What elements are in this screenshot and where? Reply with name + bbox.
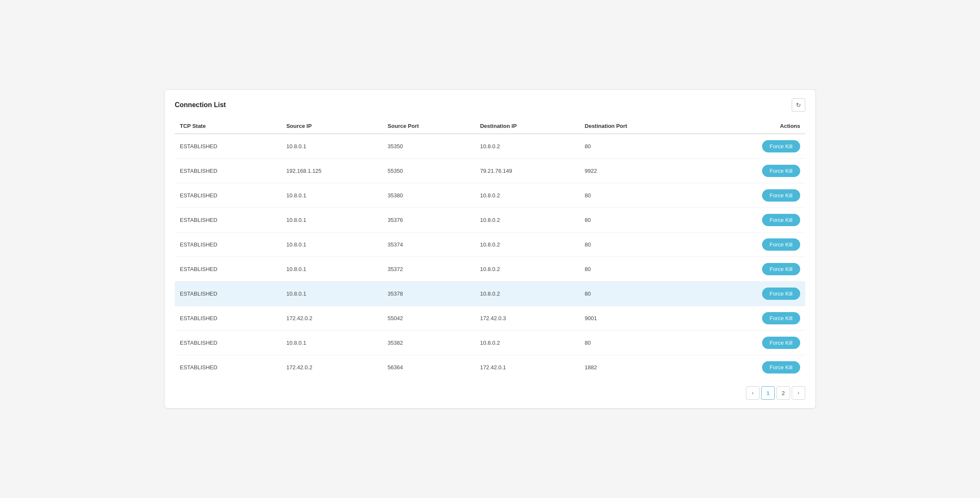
refresh-button[interactable]: ↻ — [792, 98, 805, 112]
cell-source-port: 56364 — [383, 355, 475, 380]
col-destination-port: Destination Port — [580, 119, 697, 134]
cell-destination-ip: 10.8.0.2 — [475, 232, 579, 257]
cell-actions: Force Kill — [697, 257, 805, 282]
cell-source-port: 55350 — [383, 159, 475, 183]
force-kill-button[interactable]: Force Kill — [762, 214, 800, 226]
cell-actions: Force Kill — [697, 331, 805, 355]
cell-source-port: 35378 — [383, 282, 475, 306]
cell-tcp-state: ESTABLISHED — [175, 134, 281, 159]
table-row: ESTABLISHED10.8.0.13537810.8.0.280Force … — [175, 282, 805, 306]
col-source-ip: Source IP — [281, 119, 383, 134]
pagination-page-1-button[interactable]: 1 — [761, 386, 775, 400]
force-kill-button[interactable]: Force Kill — [762, 288, 800, 300]
force-kill-button[interactable]: Force Kill — [762, 189, 800, 202]
cell-source-ip: 10.8.0.1 — [281, 331, 383, 355]
header-row: TCP State Source IP Source Port Destinat… — [175, 119, 805, 134]
cell-source-ip: 10.8.0.1 — [281, 208, 383, 232]
cell-actions: Force Kill — [697, 306, 805, 331]
cell-destination-ip: 10.8.0.2 — [475, 282, 579, 306]
pagination-next-button[interactable]: › — [792, 386, 805, 400]
cell-source-port: 35372 — [383, 257, 475, 282]
cell-tcp-state: ESTABLISHED — [175, 232, 281, 257]
cell-destination-port: 9001 — [580, 306, 697, 331]
cell-tcp-state: ESTABLISHED — [175, 208, 281, 232]
table-row: ESTABLISHED192.168.1.1255535079.21.76.14… — [175, 159, 805, 183]
table-row: ESTABLISHED10.8.0.13538210.8.0.280Force … — [175, 331, 805, 355]
cell-destination-ip: 10.8.0.2 — [475, 183, 579, 208]
table-header: TCP State Source IP Source Port Destinat… — [175, 119, 805, 134]
col-tcp-state: TCP State — [175, 119, 281, 134]
cell-actions: Force Kill — [697, 232, 805, 257]
cell-source-ip: 172.42.0.2 — [281, 306, 383, 331]
force-kill-button[interactable]: Force Kill — [762, 140, 800, 152]
col-destination-ip: Destination IP — [475, 119, 579, 134]
cell-source-port: 35374 — [383, 232, 475, 257]
cell-tcp-state: ESTABLISHED — [175, 355, 281, 380]
pagination-prev-button[interactable]: ‹ — [746, 386, 760, 400]
table-row: ESTABLISHED10.8.0.13535010.8.0.280Force … — [175, 134, 805, 159]
table-row: ESTABLISHED10.8.0.13537610.8.0.280Force … — [175, 208, 805, 232]
cell-actions: Force Kill — [697, 355, 805, 380]
cell-actions: Force Kill — [697, 159, 805, 183]
cell-destination-port: 80 — [580, 183, 697, 208]
cell-destination-port: 80 — [580, 134, 697, 159]
cell-actions: Force Kill — [697, 183, 805, 208]
cell-source-ip: 10.8.0.1 — [281, 232, 383, 257]
force-kill-button[interactable]: Force Kill — [762, 238, 800, 251]
cell-source-ip: 10.8.0.1 — [281, 134, 383, 159]
table-row: ESTABLISHED10.8.0.13537210.8.0.280Force … — [175, 257, 805, 282]
cell-source-ip: 10.8.0.1 — [281, 183, 383, 208]
cell-destination-ip: 172.42.0.1 — [475, 355, 579, 380]
col-source-port: Source Port — [383, 119, 475, 134]
card-header: Connection List ↻ — [175, 98, 805, 112]
table-body: ESTABLISHED10.8.0.13535010.8.0.280Force … — [175, 134, 805, 379]
cell-destination-port: 1882 — [580, 355, 697, 380]
force-kill-button[interactable]: Force Kill — [762, 361, 800, 374]
connection-list-card: Connection List ↻ TCP State Source IP So… — [164, 89, 816, 409]
cell-source-ip: 192.168.1.125 — [281, 159, 383, 183]
cell-destination-port: 80 — [580, 232, 697, 257]
cell-tcp-state: ESTABLISHED — [175, 282, 281, 306]
cell-tcp-state: ESTABLISHED — [175, 331, 281, 355]
cell-source-port: 35380 — [383, 183, 475, 208]
cell-source-port: 35382 — [383, 331, 475, 355]
card-title: Connection List — [175, 101, 226, 109]
cell-destination-ip: 10.8.0.2 — [475, 257, 579, 282]
cell-tcp-state: ESTABLISHED — [175, 183, 281, 208]
cell-source-ip: 10.8.0.1 — [281, 257, 383, 282]
cell-destination-port: 80 — [580, 331, 697, 355]
cell-source-port: 55042 — [383, 306, 475, 331]
force-kill-button[interactable]: Force Kill — [762, 312, 800, 324]
cell-source-ip: 10.8.0.1 — [281, 282, 383, 306]
col-actions: Actions — [697, 119, 805, 134]
table-row: ESTABLISHED10.8.0.13538010.8.0.280Force … — [175, 183, 805, 208]
cell-source-ip: 172.42.0.2 — [281, 355, 383, 380]
cell-destination-port: 9922 — [580, 159, 697, 183]
connections-table: TCP State Source IP Source Port Destinat… — [175, 119, 805, 379]
cell-tcp-state: ESTABLISHED — [175, 257, 281, 282]
table-row: ESTABLISHED172.42.0.256364172.42.0.11882… — [175, 355, 805, 380]
cell-destination-ip: 10.8.0.2 — [475, 134, 579, 159]
cell-destination-ip: 10.8.0.2 — [475, 208, 579, 232]
cell-destination-ip: 79.21.76.149 — [475, 159, 579, 183]
cell-source-port: 35350 — [383, 134, 475, 159]
cell-destination-ip: 172.42.0.3 — [475, 306, 579, 331]
cell-tcp-state: ESTABLISHED — [175, 159, 281, 183]
cell-destination-ip: 10.8.0.2 — [475, 331, 579, 355]
cell-tcp-state: ESTABLISHED — [175, 306, 281, 331]
force-kill-button[interactable]: Force Kill — [762, 263, 800, 275]
force-kill-button[interactable]: Force Kill — [762, 165, 800, 177]
cell-destination-port: 80 — [580, 282, 697, 306]
cell-actions: Force Kill — [697, 208, 805, 232]
cell-destination-port: 80 — [580, 257, 697, 282]
cell-actions: Force Kill — [697, 282, 805, 306]
pagination-page-2-button[interactable]: 2 — [776, 386, 790, 400]
cell-source-port: 35376 — [383, 208, 475, 232]
cell-actions: Force Kill — [697, 134, 805, 159]
cell-destination-port: 80 — [580, 208, 697, 232]
table-row: ESTABLISHED10.8.0.13537410.8.0.280Force … — [175, 232, 805, 257]
pagination: ‹ 1 2 › — [175, 386, 805, 400]
force-kill-button[interactable]: Force Kill — [762, 337, 800, 349]
table-row: ESTABLISHED172.42.0.255042172.42.0.39001… — [175, 306, 805, 331]
